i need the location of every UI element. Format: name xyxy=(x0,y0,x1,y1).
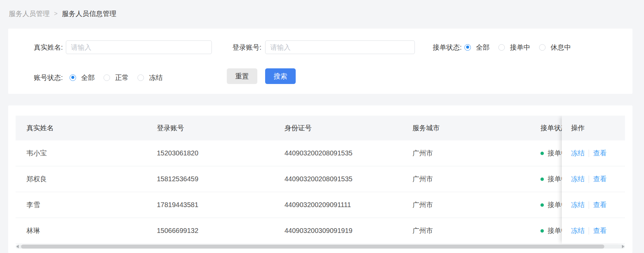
account-status-option-label: 全部 xyxy=(81,73,95,82)
action-divider xyxy=(589,201,589,209)
radio-icon[interactable] xyxy=(137,74,144,81)
account-status-option-label: 正常 xyxy=(115,73,129,82)
cell-login-account: 15812536459 xyxy=(146,166,274,192)
search-button[interactable]: 搜索 xyxy=(265,68,296,84)
cell-id-number: 440903200208091535 xyxy=(274,140,402,166)
login-account-label: 登录账号: xyxy=(217,40,261,54)
cell-real-name: 郑权良 xyxy=(16,166,146,192)
cell-real-name: 李雪 xyxy=(16,192,146,218)
view-link[interactable]: 查看 xyxy=(593,149,607,158)
cell-real-name: 林琳 xyxy=(16,218,146,243)
horizontal-scrollbar[interactable] xyxy=(16,244,625,249)
personnel-table: 真实姓名登录账号身份证号服务城市接单状态 韦小宝1520306182044090… xyxy=(16,116,625,248)
order-status-option-label: 休息中 xyxy=(551,43,571,52)
table-header-cell: 真实姓名 xyxy=(16,116,146,140)
order-status-option-2[interactable]: 休息中 xyxy=(539,43,571,52)
view-link[interactable]: 查看 xyxy=(593,200,607,209)
operation-cells: 冻结查看冻结查看冻结查看冻结查看 xyxy=(562,140,625,244)
scrollbar-left-arrow-icon[interactable] xyxy=(16,245,19,248)
radio-icon[interactable] xyxy=(464,44,471,51)
freeze-link[interactable]: 冻结 xyxy=(571,200,585,209)
table-row: 韦小宝15203061820440903200208091535广州市接单中 xyxy=(16,140,625,166)
freeze-link[interactable]: 冻结 xyxy=(571,226,585,235)
table-panel: 真实姓名登录账号身份证号服务城市接单状态 韦小宝1520306182044090… xyxy=(8,105,632,253)
cell-login-account: 15066699132 xyxy=(146,218,274,243)
breadcrumb-current: 服务人员信息管理 xyxy=(62,9,116,18)
cell-city: 广州市 xyxy=(402,192,530,218)
operation-cell: 冻结查看 xyxy=(562,140,625,166)
status-dot-icon xyxy=(540,229,544,233)
account-status-radio-group: 全部正常冻结 xyxy=(70,71,163,84)
operation-header-cell: 操作 xyxy=(562,116,625,140)
table-header-cell: 登录账号 xyxy=(146,116,274,140)
scrollbar-right-arrow-icon[interactable] xyxy=(622,245,624,248)
table-header-cell: 身份证号 xyxy=(274,116,402,140)
filter-panel: 真实姓名: 登录账号: 接单状态: 全部接单中休息中 账号状态: 全部正常冻结 … xyxy=(8,29,632,94)
order-status-option-label: 全部 xyxy=(476,43,490,52)
account-status-option-1[interactable]: 正常 xyxy=(104,73,129,82)
cell-login-account: 17819443581 xyxy=(146,192,274,218)
table-row: 郑权良15812536459440903200208091535广州市接单中 xyxy=(16,166,625,192)
order-status-option-0[interactable]: 全部 xyxy=(464,43,490,52)
table-header-cell: 服务城市 xyxy=(402,116,530,140)
radio-icon[interactable] xyxy=(104,74,110,81)
view-link[interactable]: 查看 xyxy=(593,174,607,184)
scrollbar-thumb[interactable] xyxy=(21,244,604,249)
fixed-operation-column: 操作 冻结查看冻结查看冻结查看冻结查看 xyxy=(562,116,625,244)
real-name-input[interactable] xyxy=(66,40,212,54)
operation-cell: 冻结查看 xyxy=(562,166,625,192)
order-status-label: 接单状态: xyxy=(417,40,462,54)
breadcrumb-separator-icon: > xyxy=(54,10,58,17)
breadcrumb-parent[interactable]: 服务人员管理 xyxy=(9,9,50,18)
cell-city: 广州市 xyxy=(402,140,530,166)
account-status-label: 账号状态: xyxy=(18,71,63,84)
account-status-option-2[interactable]: 冻结 xyxy=(137,73,163,82)
freeze-link[interactable]: 冻结 xyxy=(571,149,585,158)
cell-id-number: 440903200208091535 xyxy=(274,166,402,192)
table-header-row: 真实姓名登录账号身份证号服务城市接单状态 xyxy=(16,116,625,140)
radio-icon[interactable] xyxy=(498,44,505,51)
cell-id-number: 440903200309091919 xyxy=(274,218,402,243)
cell-city: 广州市 xyxy=(402,166,530,192)
action-divider xyxy=(589,150,589,157)
radio-icon[interactable] xyxy=(539,44,546,51)
table-row: 李雪17819443581440903200209091111广州市接单中 xyxy=(16,192,625,218)
breadcrumb: 服务人员管理 > 服务人员信息管理 xyxy=(9,9,116,18)
account-status-option-0[interactable]: 全部 xyxy=(70,73,95,82)
radio-icon[interactable] xyxy=(70,74,76,81)
cell-login-account: 15203061820 xyxy=(146,140,274,166)
cell-city: 广州市 xyxy=(402,218,530,243)
real-name-label: 真实姓名: xyxy=(18,40,63,54)
action-divider xyxy=(589,227,589,235)
status-dot-icon xyxy=(540,152,544,155)
order-status-option-label: 接单中 xyxy=(510,43,530,52)
reset-button[interactable]: 重置 xyxy=(227,68,257,84)
action-divider xyxy=(589,175,589,183)
table-row: 林琳15066699132440903200309091919广州市接单中 xyxy=(16,218,625,244)
order-status-option-1[interactable]: 接单中 xyxy=(498,43,530,52)
operation-cell: 冻结查看 xyxy=(562,192,625,218)
status-dot-icon xyxy=(540,203,544,207)
login-account-input[interactable] xyxy=(265,40,415,54)
account-status-option-label: 冻结 xyxy=(149,73,163,82)
freeze-link[interactable]: 冻结 xyxy=(571,174,585,184)
view-link[interactable]: 查看 xyxy=(593,226,607,235)
status-dot-icon xyxy=(540,178,544,181)
cell-real-name: 韦小宝 xyxy=(16,140,146,166)
table-body: 韦小宝15203061820440903200208091535广州市接单中郑权… xyxy=(16,140,625,244)
order-status-radio-group: 全部接单中休息中 xyxy=(464,40,571,54)
cell-id-number: 440903200209091111 xyxy=(274,192,402,218)
operation-cell: 冻结查看 xyxy=(562,218,625,244)
